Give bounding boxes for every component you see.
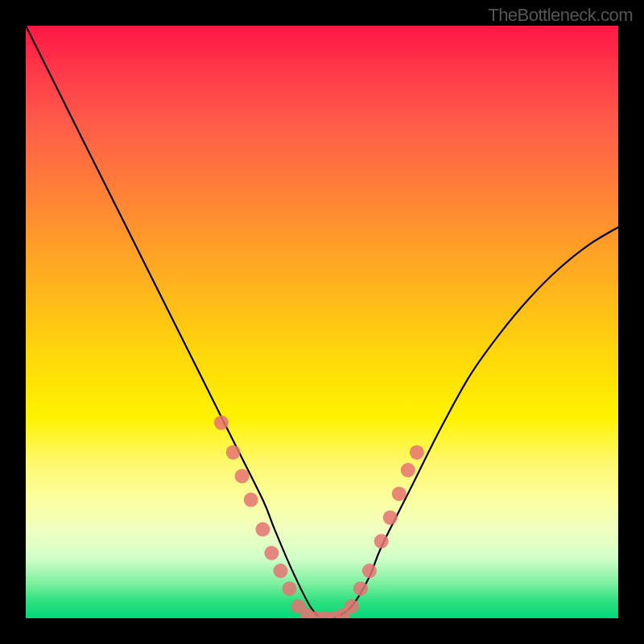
data-marker: [383, 510, 398, 525]
data-marker: [274, 564, 288, 578]
curve-group: [26, 26, 618, 618]
markers-group: [214, 415, 424, 618]
watermark-text: TheBottleneck.com: [488, 5, 633, 26]
data-marker: [283, 581, 297, 596]
data-marker: [226, 445, 241, 460]
chart-plot-area: [26, 26, 618, 618]
data-marker: [410, 445, 424, 460]
data-marker: [255, 522, 270, 537]
data-marker: [362, 564, 377, 578]
data-marker: [401, 463, 415, 477]
data-marker: [244, 493, 258, 507]
data-marker: [353, 581, 368, 596]
data-marker: [345, 599, 359, 613]
data-marker: [235, 469, 250, 483]
data-marker: [392, 486, 407, 501]
data-marker: [264, 546, 279, 560]
chart-svg: [26, 26, 618, 618]
bottleneck-curve: [26, 26, 618, 618]
data-marker: [214, 415, 229, 430]
data-marker: [374, 534, 389, 548]
